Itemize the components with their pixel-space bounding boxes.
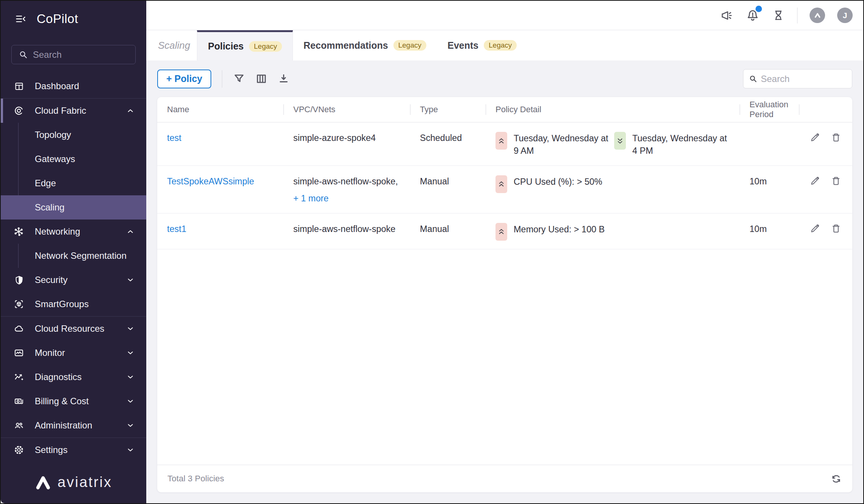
refresh-icon[interactable] <box>830 473 842 485</box>
sidebar-item-network-segmentation[interactable]: Network Segmentation <box>1 244 146 268</box>
delete-trash-icon[interactable] <box>830 223 842 234</box>
cell-evaluation-period: 10m <box>740 213 799 249</box>
cell-actions <box>799 122 852 165</box>
table-tools <box>233 73 290 85</box>
filter-icon[interactable] <box>233 73 245 85</box>
chevron-up-icon[interactable] <box>126 106 135 115</box>
chevron-down-icon[interactable] <box>126 275 135 284</box>
cloud-icon <box>14 323 24 334</box>
sidebar-item-cloud-resources[interactable]: Cloud Resources <box>1 317 146 341</box>
sidebar-item-label: Administration <box>35 420 126 431</box>
chevron-down-icon[interactable] <box>126 324 135 333</box>
cell-type: Manual <box>410 213 486 249</box>
aviatrix-avatar[interactable] <box>810 8 825 23</box>
delete-trash-icon[interactable] <box>830 132 842 143</box>
sidebar-item-label: Gateways <box>35 154 75 164</box>
sidebar-item-label: Edge <box>35 178 56 189</box>
cell-name: TestSpokeAWSsimple <box>157 166 283 213</box>
users-icon <box>14 420 24 431</box>
sidebar-item-billing-cost[interactable]: Billing & Cost <box>1 389 146 413</box>
tab-events[interactable]: Events Legacy <box>437 30 527 60</box>
policy-detail-item: Tuesday, Wednesday at 9 AM <box>495 132 614 157</box>
table-row: TestSpokeAWSsimple simple-aws-netflow-sp… <box>157 166 852 213</box>
policy-name-link[interactable]: test1 <box>167 224 186 234</box>
tasks-hourglass-icon[interactable] <box>772 9 785 22</box>
column-header-policy-detail[interactable]: Policy Detail <box>486 97 740 122</box>
sidebar-item-administration[interactable]: Administration <box>1 413 146 438</box>
cell-type: Scheduled <box>410 122 486 165</box>
cell-evaluation-period <box>740 122 799 165</box>
edit-pencil-icon[interactable] <box>809 175 821 187</box>
sidebar-item-networking[interactable]: Networking <box>1 220 146 244</box>
tab-policies[interactable]: Policies Legacy <box>197 30 293 60</box>
vpc-more-link[interactable]: + 1 more <box>293 192 328 205</box>
collapse-menu-icon[interactable] <box>15 13 27 25</box>
chevron-down-icon[interactable] <box>126 445 135 455</box>
topbar: J <box>146 1 863 30</box>
sidebar-search-input[interactable] <box>11 45 136 64</box>
sidebar-item-security[interactable]: Security <box>1 268 146 292</box>
add-policy-label: + Policy <box>166 73 202 84</box>
policy-detail-text: Tuesday, Wednesday at 9 AM <box>514 132 614 157</box>
sidebar-item-label: Settings <box>35 445 126 455</box>
page-title: Scaling <box>146 30 197 60</box>
sidebar-item-smartgroups[interactable]: SmartGroups <box>1 292 146 316</box>
topbar-divider <box>797 8 797 23</box>
sidebar-item-label: Topology <box>35 130 71 140</box>
column-header-vpc[interactable]: VPC/VNets <box>283 97 410 122</box>
search-icon <box>748 74 758 83</box>
column-header-type[interactable]: Type <box>410 97 486 122</box>
sidebar-item-cloud-fabric[interactable]: Cloud Fabric <box>1 99 146 123</box>
table-row: test1 simple-aws-netflow-spoke Manual Me… <box>157 213 852 249</box>
sidebar-item-scaling[interactable]: Scaling <box>1 195 146 220</box>
tab-bar: Scaling Policies Legacy Recommendations … <box>146 30 863 60</box>
total-count-label: Total 3 Policies <box>167 474 224 484</box>
networking-icon <box>14 226 24 237</box>
cell-actions <box>799 213 852 249</box>
cell-vpc: simple-azure-spoke4 <box>283 122 410 165</box>
table-empty-space <box>157 249 852 465</box>
user-avatar[interactable]: J <box>837 8 853 23</box>
table-footer: Total 3 Policies <box>157 465 852 492</box>
sidebar-item-gateways[interactable]: Gateways <box>1 147 146 171</box>
announcements-icon[interactable] <box>720 9 734 22</box>
delete-trash-icon[interactable] <box>830 175 842 187</box>
policy-detail-item: Tuesday, Wednesday at 4 PM <box>614 132 733 157</box>
policy-detail-item: CPU Used (%): > 50% <box>495 175 616 193</box>
sidebar-item-diagnostics[interactable]: Diagnostics <box>1 365 146 389</box>
chevron-down-icon[interactable] <box>126 348 135 357</box>
cell-vpc: simple-aws-netflow-spoke, + 1 more <box>283 166 410 213</box>
sidebar-item-settings[interactable]: Settings <box>1 438 146 462</box>
chevron-up-icon[interactable] <box>126 227 135 236</box>
edit-pencil-icon[interactable] <box>809 223 821 234</box>
chevron-down-icon[interactable] <box>126 421 135 430</box>
chevron-down-icon[interactable] <box>126 373 135 382</box>
legacy-badge: Legacy <box>393 40 426 51</box>
table-search-input[interactable] <box>743 69 852 88</box>
cell-policy-detail: Tuesday, Wednesday at 9 AM Tuesday, Wedn… <box>486 122 740 165</box>
toolbar-divider <box>222 70 222 88</box>
policy-name-link[interactable]: test <box>167 133 181 143</box>
policy-name-link[interactable]: TestSpokeAWSsimple <box>167 176 254 186</box>
download-icon[interactable] <box>277 73 290 85</box>
columns-icon[interactable] <box>255 73 268 85</box>
sidebar-header: CoPilot <box>1 1 146 37</box>
sidebar-item-topology[interactable]: Topology <box>1 123 146 147</box>
notification-dot <box>756 6 762 12</box>
sidebar-search <box>11 45 136 64</box>
tab-recommendations[interactable]: Recommendations Legacy <box>293 30 437 60</box>
add-policy-button[interactable]: + Policy <box>157 70 211 88</box>
sidebar-item-edge[interactable]: Edge <box>1 171 146 195</box>
sidebar: CoPilot Dashboard <box>1 1 146 503</box>
sidebar-item-label: Networking <box>35 226 126 237</box>
column-header-evaluation-period[interactable]: Evaluation Period <box>740 97 799 122</box>
sidebar-item-label: Billing & Cost <box>35 396 126 407</box>
cell-type: Manual <box>410 166 486 213</box>
column-header-name[interactable]: Name <box>157 97 283 122</box>
sidebar-item-monitor[interactable]: Monitor <box>1 341 146 365</box>
chevron-down-icon[interactable] <box>126 397 135 406</box>
notifications-bell[interactable] <box>746 8 760 22</box>
sidebar-item-label: Diagnostics <box>35 372 126 382</box>
sidebar-item-dashboard[interactable]: Dashboard <box>1 74 146 98</box>
edit-pencil-icon[interactable] <box>809 132 821 143</box>
